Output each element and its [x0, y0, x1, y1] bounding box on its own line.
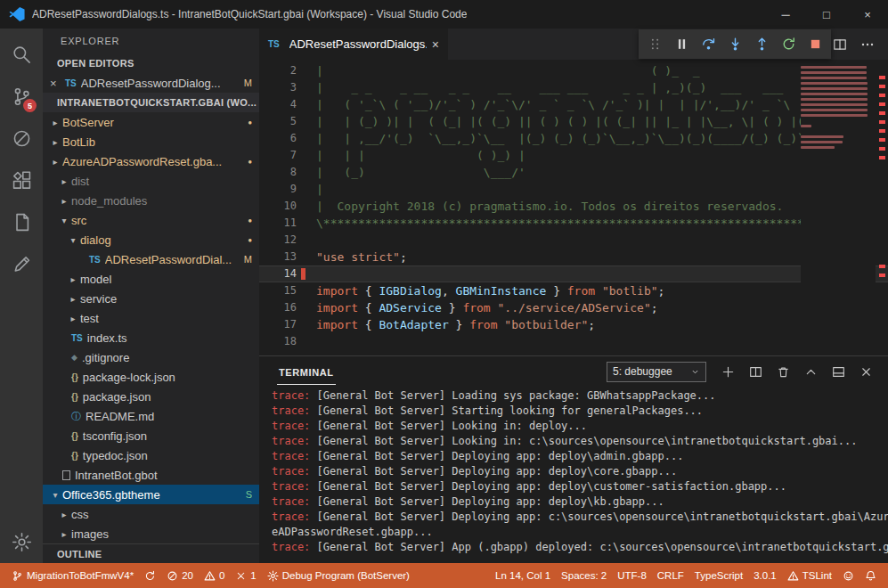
- tree-item[interactable]: {}typedoc.json: [43, 445, 259, 465]
- trace-prefix: trace:: [272, 510, 310, 523]
- activity-settings[interactable]: [0, 521, 43, 563]
- tree-item[interactable]: ▸BotLib: [43, 132, 259, 151]
- tree-item[interactable]: {}tsconfig.json: [43, 426, 259, 445]
- status-git-branch[interactable]: MigrationToBotFmwV4*: [7, 563, 138, 588]
- tree-item[interactable]: ▸dist: [43, 171, 259, 191]
- close-tab-icon[interactable]: ×: [432, 37, 439, 52]
- chevron-right-icon: ▸: [68, 314, 78, 323]
- status-warnings[interactable]: 0: [200, 563, 229, 588]
- tree-item[interactable]: ▾dialog●: [43, 230, 259, 249]
- tree-item[interactable]: ▸css: [43, 504, 259, 524]
- split-editor-button[interactable]: [833, 37, 847, 52]
- tree-item[interactable]: ▾src●: [43, 210, 259, 230]
- maximize-button[interactable]: □: [806, 0, 847, 29]
- status-sync[interactable]: [140, 563, 160, 588]
- line-number: 16: [259, 299, 297, 316]
- open-editors-header[interactable]: OPEN EDITORS: [43, 53, 259, 73]
- status-encoding-label: UTF-8: [617, 570, 647, 581]
- tree-item[interactable]: ▸test: [43, 308, 259, 328]
- code-lines: 2| ( )_ _ |3| _ _ _ __ _ _ __ ___ ___ _ …: [259, 62, 888, 350]
- activity-explorer[interactable]: [0, 201, 43, 243]
- trace-prefix: trace:: [272, 420, 310, 432]
- split-terminal-button[interactable]: [743, 360, 769, 383]
- minimize-button[interactable]: ─: [765, 0, 806, 29]
- status-letter: M: [244, 254, 252, 265]
- maximize-panel-button[interactable]: [798, 360, 824, 383]
- tab-adresetpassworddialogs[interactable]: TS ADResetPasswordDialogs.ts ×: [259, 29, 448, 60]
- toggle-panel-button[interactable]: [826, 360, 851, 383]
- tree-item[interactable]: ▸node_modules: [43, 191, 259, 210]
- step-into-button[interactable]: [721, 29, 748, 59]
- status-cursor-position[interactable]: Ln 14, Col 1: [491, 563, 555, 588]
- tree-item[interactable]: ◆.gitignore: [43, 347, 259, 367]
- workspace-header[interactable]: INTRANETBOTQUICKSTART.GBAI (WO...: [43, 93, 259, 112]
- chevron-right-icon: ▸: [68, 294, 78, 304]
- sidebar-explorer: EXPLORER OPEN EDITORS ×TSADResetPassword…: [43, 29, 259, 563]
- status-language[interactable]: TypeScript: [690, 563, 747, 588]
- status-indentation[interactable]: Spaces: 2: [557, 563, 611, 588]
- activity-source-control[interactable]: 5: [0, 76, 43, 118]
- more-icon: [860, 37, 875, 52]
- code-editor[interactable]: 2| ( )_ _ |3| _ _ _ __ _ _ __ ___ ___ _ …: [259, 60, 888, 355]
- step-over-button[interactable]: [695, 29, 721, 59]
- tree-item[interactable]: ▸model: [43, 269, 259, 289]
- info-file-icon: ⓘ: [71, 410, 81, 423]
- tree-item[interactable]: TSADResetPasswordDial...M: [43, 249, 259, 269]
- terminal-line: trace: [General Bot Server] Looking in: …: [272, 434, 888, 449]
- tree-item[interactable]: ▸AzureADPasswordReset.gba...●: [43, 151, 259, 171]
- step-into-icon: [728, 37, 743, 52]
- status-notifications[interactable]: [860, 563, 881, 588]
- pause-button[interactable]: [668, 29, 695, 59]
- status-tasks[interactable]: 1: [231, 563, 260, 588]
- terminal-selector[interactable]: 5: debuggee: [607, 362, 706, 382]
- open-editor-item[interactable]: ×TSADResetPasswordDialog...M: [43, 73, 259, 93]
- panel-icon: [832, 365, 845, 379]
- code-line-16: 16import { ADService } from "../service/…: [259, 299, 888, 316]
- status-version[interactable]: 3.0.1: [749, 563, 781, 588]
- more-actions-button[interactable]: [860, 37, 875, 52]
- minimap-line: [801, 82, 868, 85]
- line-number: 5: [259, 113, 297, 130]
- terminal-tab[interactable]: TERMINAL: [277, 359, 336, 385]
- kill-terminal-button[interactable]: [770, 360, 796, 383]
- close-panel-button[interactable]: [853, 360, 879, 383]
- tree-item[interactable]: ▾Office365.gbthemeS: [43, 485, 259, 504]
- terminal-output[interactable]: trace: [General Bot Server] Loading sys …: [259, 387, 888, 563]
- drag-handle[interactable]: [641, 29, 668, 59]
- close-window-button[interactable]: ×: [847, 0, 888, 29]
- outline-header[interactable]: OUTLINE: [43, 543, 259, 563]
- files-icon: [12, 212, 32, 233]
- stop-button[interactable]: [802, 29, 828, 59]
- activity-search[interactable]: [0, 34, 43, 76]
- tree-item[interactable]: {}package-lock.json: [43, 367, 259, 387]
- tree-item[interactable]: TSindex.ts: [43, 328, 259, 347]
- status-errors[interactable]: 20: [162, 563, 198, 588]
- tree-item[interactable]: ▸service: [43, 289, 259, 308]
- status-bar: MigrationToBotFmwV4*2001Debug Program (B…: [0, 563, 888, 588]
- tree-item[interactable]: ⓘREADME.md: [43, 406, 259, 426]
- status-debug-target[interactable]: Debug Program (BotServer): [263, 563, 414, 588]
- sidebar-title: EXPLORER: [43, 29, 259, 53]
- minimap[interactable]: [801, 63, 876, 355]
- tree-item-label: dialog: [80, 233, 242, 247]
- status-eol[interactable]: CRLF: [653, 563, 688, 588]
- tree-item[interactable]: ▸BotServer●: [43, 112, 259, 132]
- editor-area: TS ADResetPasswordDialogs.ts × 2| ( )_ _…: [259, 29, 888, 563]
- step-out-button[interactable]: [748, 29, 775, 59]
- tree-item[interactable]: {}package.json: [43, 387, 259, 406]
- restart-button[interactable]: [775, 29, 802, 59]
- status-tslint[interactable]: TSLint: [783, 563, 836, 588]
- activity-debug[interactable]: [0, 118, 43, 159]
- tree-item-label: README.md: [86, 410, 252, 423]
- new-terminal-button[interactable]: [715, 360, 741, 383]
- restart-icon: [781, 37, 796, 52]
- activity-extensions[interactable]: [0, 159, 43, 201]
- status-encoding[interactable]: UTF-8: [613, 563, 651, 588]
- tree-item-label: src: [71, 214, 242, 227]
- chevron-right-icon: ▸: [50, 157, 61, 167]
- activity-edit[interactable]: [0, 243, 43, 285]
- window-controls: ─ □ ×: [765, 0, 888, 29]
- status-feedback[interactable]: [838, 563, 859, 588]
- tree-item[interactable]: ▸images: [43, 524, 259, 543]
- tree-item[interactable]: IntranetBot.gbot: [43, 465, 259, 485]
